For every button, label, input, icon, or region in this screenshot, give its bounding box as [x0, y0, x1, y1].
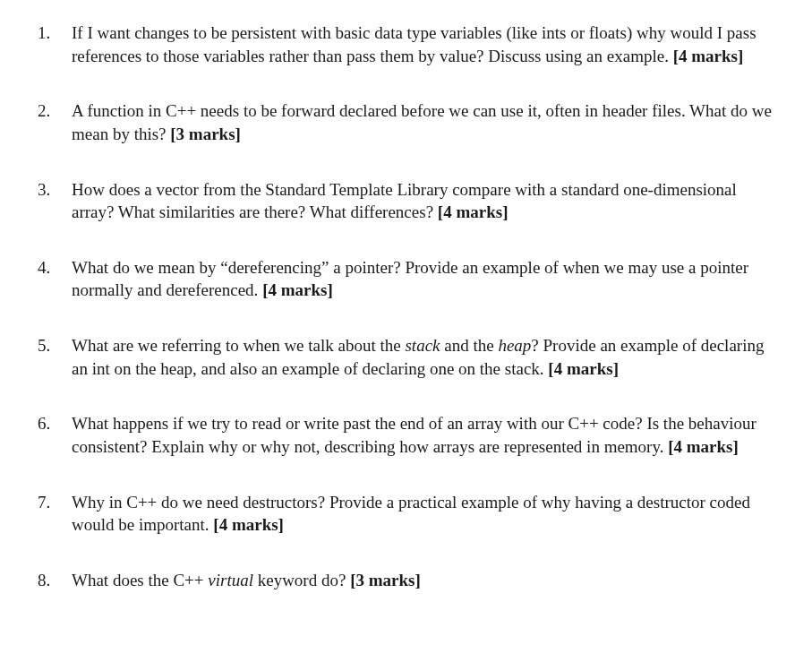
question-text: What happens if we try to read or write … — [72, 414, 756, 456]
question-item: What are we referring to when we talk ab… — [21, 334, 791, 380]
question-marks: [4 marks] — [668, 437, 739, 456]
question-text: How does a vector from the Standard Temp… — [72, 180, 737, 222]
question-marks: [3 marks] — [170, 125, 241, 143]
document-page: If I want changes to be persistent with … — [0, 0, 812, 645]
question-em: stack — [405, 336, 440, 355]
question-text: Why in C++ do we need destructors? Provi… — [72, 493, 750, 535]
question-text: keyword do? — [253, 571, 350, 589]
question-item: A function in C++ needs to be forward de… — [21, 99, 791, 145]
question-marks: [4 marks] — [548, 359, 619, 378]
question-em: virtual — [208, 571, 253, 589]
question-item: What happens if we try to read or write … — [21, 412, 791, 458]
question-em: heap — [498, 336, 531, 355]
question-text: and the — [440, 336, 499, 355]
question-marks: [4 marks] — [213, 515, 284, 534]
question-text: If I want changes to be persistent with … — [72, 23, 756, 65]
question-item: What do we mean by “dereferencing” a poi… — [21, 256, 791, 302]
question-text: What do we mean by “dereferencing” a poi… — [72, 258, 748, 300]
question-item: What does the C++ virtual keyword do? [3… — [21, 569, 791, 592]
question-text: What does the C++ — [72, 571, 208, 589]
question-item: How does a vector from the Standard Temp… — [21, 178, 791, 224]
question-marks: [3 marks] — [350, 571, 421, 589]
question-text: What are we referring to when we talk ab… — [72, 336, 405, 355]
question-list: If I want changes to be persistent with … — [21, 22, 791, 592]
question-marks: [4 marks] — [673, 47, 744, 65]
question-marks: [4 marks] — [438, 202, 509, 221]
question-marks: [4 marks] — [262, 280, 333, 299]
question-item: If I want changes to be persistent with … — [21, 22, 791, 67]
question-item: Why in C++ do we need destructors? Provi… — [21, 491, 791, 537]
